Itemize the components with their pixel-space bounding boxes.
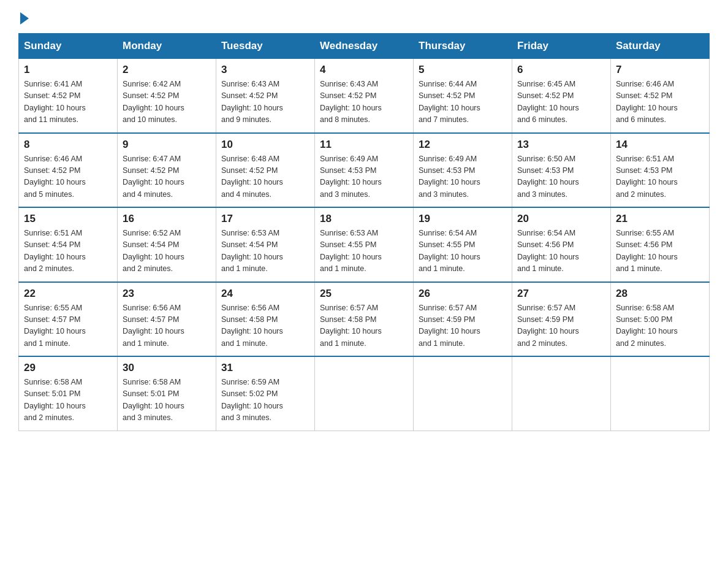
day-number: 14 bbox=[616, 139, 704, 151]
calendar-cell: 7 Sunrise: 6:46 AMSunset: 4:52 PMDayligh… bbox=[611, 59, 710, 133]
day-number: 17 bbox=[221, 213, 309, 225]
day-number: 9 bbox=[123, 139, 211, 151]
calendar-week-4: 22 Sunrise: 6:55 AMSunset: 4:57 PMDaylig… bbox=[19, 282, 710, 357]
calendar-cell: 20 Sunrise: 6:54 AMSunset: 4:56 PMDaylig… bbox=[512, 207, 611, 282]
day-info: Sunrise: 6:54 AMSunset: 4:56 PMDaylight:… bbox=[517, 228, 605, 275]
logo-arrow-icon bbox=[20, 12, 29, 25]
day-info: Sunrise: 6:49 AMSunset: 4:53 PMDaylight:… bbox=[320, 153, 408, 201]
header-saturday: Saturday bbox=[611, 34, 710, 59]
calendar-cell: 23 Sunrise: 6:56 AMSunset: 4:57 PMDaylig… bbox=[118, 282, 216, 357]
day-info: Sunrise: 6:42 AMSunset: 4:52 PMDaylight:… bbox=[123, 79, 211, 126]
calendar-cell: 31 Sunrise: 6:59 AMSunset: 5:02 PMDaylig… bbox=[216, 356, 315, 431]
day-number: 16 bbox=[123, 213, 211, 225]
calendar-cell: 24 Sunrise: 6:56 AMSunset: 4:58 PMDaylig… bbox=[216, 282, 315, 357]
day-number: 27 bbox=[517, 288, 605, 300]
calendar-cell: 3 Sunrise: 6:43 AMSunset: 4:52 PMDayligh… bbox=[216, 59, 315, 133]
day-info: Sunrise: 6:58 AMSunset: 5:01 PMDaylight:… bbox=[123, 377, 211, 424]
header-tuesday: Tuesday bbox=[216, 34, 315, 59]
calendar-cell: 28 Sunrise: 6:58 AMSunset: 5:00 PMDaylig… bbox=[611, 282, 710, 357]
day-number: 7 bbox=[616, 64, 704, 76]
day-info: Sunrise: 6:51 AMSunset: 4:54 PMDaylight:… bbox=[24, 228, 112, 275]
calendar-cell: 26 Sunrise: 6:57 AMSunset: 4:59 PMDaylig… bbox=[414, 282, 512, 357]
day-info: Sunrise: 6:56 AMSunset: 4:58 PMDaylight:… bbox=[221, 302, 309, 350]
calendar-week-2: 8 Sunrise: 6:46 AMSunset: 4:52 PMDayligh… bbox=[19, 133, 710, 208]
calendar-cell: 21 Sunrise: 6:55 AMSunset: 4:56 PMDaylig… bbox=[611, 207, 710, 282]
day-info: Sunrise: 6:46 AMSunset: 4:52 PMDaylight:… bbox=[24, 153, 112, 201]
day-info: Sunrise: 6:48 AMSunset: 4:52 PMDaylight:… bbox=[221, 153, 309, 201]
calendar-week-3: 15 Sunrise: 6:51 AMSunset: 4:54 PMDaylig… bbox=[19, 207, 710, 282]
calendar-cell: 14 Sunrise: 6:51 AMSunset: 4:53 PMDaylig… bbox=[611, 133, 710, 208]
header-row: SundayMondayTuesdayWednesdayThursdayFrid… bbox=[19, 34, 710, 59]
calendar-cell bbox=[512, 356, 611, 431]
day-number: 2 bbox=[123, 64, 211, 76]
calendar-cell: 22 Sunrise: 6:55 AMSunset: 4:57 PMDaylig… bbox=[19, 282, 118, 357]
day-info: Sunrise: 6:59 AMSunset: 5:02 PMDaylight:… bbox=[221, 377, 309, 424]
day-number: 6 bbox=[517, 64, 605, 76]
day-number: 1 bbox=[24, 64, 112, 76]
calendar-cell: 29 Sunrise: 6:58 AMSunset: 5:01 PMDaylig… bbox=[19, 356, 118, 431]
calendar-table: SundayMondayTuesdayWednesdayThursdayFrid… bbox=[18, 33, 710, 431]
day-number: 31 bbox=[221, 362, 309, 374]
calendar-cell: 12 Sunrise: 6:49 AMSunset: 4:53 PMDaylig… bbox=[414, 133, 512, 208]
calendar-cell: 6 Sunrise: 6:45 AMSunset: 4:52 PMDayligh… bbox=[512, 59, 611, 133]
day-info: Sunrise: 6:45 AMSunset: 4:52 PMDaylight:… bbox=[517, 79, 605, 126]
day-number: 24 bbox=[221, 288, 309, 300]
day-number: 5 bbox=[419, 64, 507, 76]
day-number: 30 bbox=[123, 362, 211, 374]
day-info: Sunrise: 6:52 AMSunset: 4:54 PMDaylight:… bbox=[123, 228, 211, 275]
day-info: Sunrise: 6:57 AMSunset: 4:58 PMDaylight:… bbox=[320, 302, 408, 350]
day-number: 4 bbox=[320, 64, 408, 76]
day-number: 11 bbox=[320, 139, 408, 151]
header-wednesday: Wednesday bbox=[315, 34, 414, 59]
day-number: 18 bbox=[320, 213, 408, 225]
day-info: Sunrise: 6:58 AMSunset: 5:01 PMDaylight:… bbox=[24, 377, 112, 424]
logo bbox=[18, 12, 30, 22]
day-info: Sunrise: 6:50 AMSunset: 4:53 PMDaylight:… bbox=[517, 153, 605, 201]
day-info: Sunrise: 6:44 AMSunset: 4:52 PMDaylight:… bbox=[419, 79, 507, 126]
day-info: Sunrise: 6:55 AMSunset: 4:56 PMDaylight:… bbox=[616, 228, 704, 275]
header-monday: Monday bbox=[118, 34, 216, 59]
day-number: 26 bbox=[419, 288, 507, 300]
calendar-cell: 4 Sunrise: 6:43 AMSunset: 4:52 PMDayligh… bbox=[315, 59, 414, 133]
calendar-cell: 2 Sunrise: 6:42 AMSunset: 4:52 PMDayligh… bbox=[118, 59, 216, 133]
day-number: 13 bbox=[517, 139, 605, 151]
calendar-cell bbox=[315, 356, 414, 431]
day-number: 19 bbox=[419, 213, 507, 225]
day-number: 28 bbox=[616, 288, 704, 300]
calendar-cell: 18 Sunrise: 6:53 AMSunset: 4:55 PMDaylig… bbox=[315, 207, 414, 282]
day-info: Sunrise: 6:58 AMSunset: 5:00 PMDaylight:… bbox=[616, 302, 704, 350]
day-number: 20 bbox=[517, 213, 605, 225]
calendar-cell: 8 Sunrise: 6:46 AMSunset: 4:52 PMDayligh… bbox=[19, 133, 118, 208]
day-number: 23 bbox=[123, 288, 211, 300]
day-info: Sunrise: 6:53 AMSunset: 4:55 PMDaylight:… bbox=[320, 228, 408, 275]
calendar-cell bbox=[414, 356, 512, 431]
day-info: Sunrise: 6:57 AMSunset: 4:59 PMDaylight:… bbox=[419, 302, 507, 350]
day-number: 21 bbox=[616, 213, 704, 225]
calendar-cell: 16 Sunrise: 6:52 AMSunset: 4:54 PMDaylig… bbox=[118, 207, 216, 282]
day-info: Sunrise: 6:41 AMSunset: 4:52 PMDaylight:… bbox=[24, 79, 112, 126]
day-info: Sunrise: 6:46 AMSunset: 4:52 PMDaylight:… bbox=[616, 79, 704, 126]
calendar-week-1: 1 Sunrise: 6:41 AMSunset: 4:52 PMDayligh… bbox=[19, 59, 710, 133]
calendar-cell: 17 Sunrise: 6:53 AMSunset: 4:54 PMDaylig… bbox=[216, 207, 315, 282]
day-info: Sunrise: 6:57 AMSunset: 4:59 PMDaylight:… bbox=[517, 302, 605, 350]
day-number: 25 bbox=[320, 288, 408, 300]
day-info: Sunrise: 6:53 AMSunset: 4:54 PMDaylight:… bbox=[221, 228, 309, 275]
calendar-cell: 27 Sunrise: 6:57 AMSunset: 4:59 PMDaylig… bbox=[512, 282, 611, 357]
calendar-cell: 1 Sunrise: 6:41 AMSunset: 4:52 PMDayligh… bbox=[19, 59, 118, 133]
day-info: Sunrise: 6:56 AMSunset: 4:57 PMDaylight:… bbox=[123, 302, 211, 350]
header-friday: Friday bbox=[512, 34, 611, 59]
header-thursday: Thursday bbox=[414, 34, 512, 59]
day-info: Sunrise: 6:51 AMSunset: 4:53 PMDaylight:… bbox=[616, 153, 704, 201]
day-info: Sunrise: 6:54 AMSunset: 4:55 PMDaylight:… bbox=[419, 228, 507, 275]
day-number: 3 bbox=[221, 64, 309, 76]
calendar-cell: 30 Sunrise: 6:58 AMSunset: 5:01 PMDaylig… bbox=[118, 356, 216, 431]
calendar-week-5: 29 Sunrise: 6:58 AMSunset: 5:01 PMDaylig… bbox=[19, 356, 710, 431]
calendar-cell: 15 Sunrise: 6:51 AMSunset: 4:54 PMDaylig… bbox=[19, 207, 118, 282]
day-number: 29 bbox=[24, 362, 112, 374]
calendar-cell: 5 Sunrise: 6:44 AMSunset: 4:52 PMDayligh… bbox=[414, 59, 512, 133]
day-info: Sunrise: 6:47 AMSunset: 4:52 PMDaylight:… bbox=[123, 153, 211, 201]
calendar-cell: 9 Sunrise: 6:47 AMSunset: 4:52 PMDayligh… bbox=[118, 133, 216, 208]
day-info: Sunrise: 6:43 AMSunset: 4:52 PMDaylight:… bbox=[320, 79, 408, 126]
header-sunday: Sunday bbox=[19, 34, 118, 59]
day-number: 8 bbox=[24, 139, 112, 151]
